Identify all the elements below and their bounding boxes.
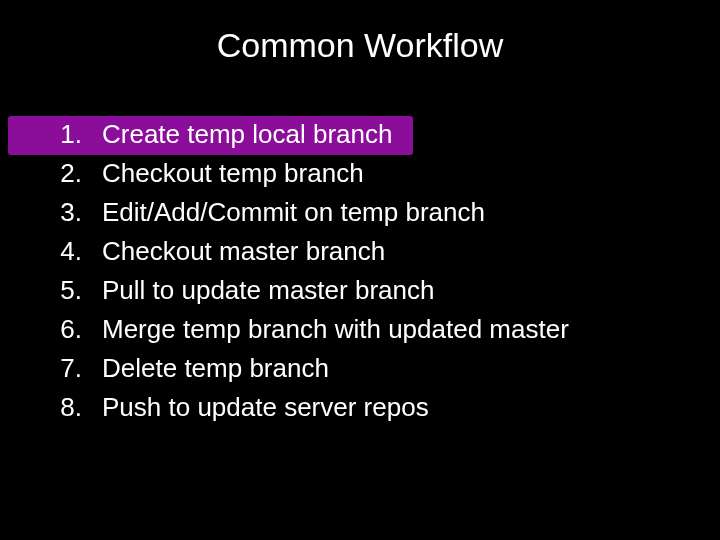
- item-text: Create temp local branch: [90, 115, 680, 154]
- item-text: Delete temp branch: [90, 349, 680, 388]
- item-text: Checkout master branch: [90, 232, 680, 271]
- list-item: 3. Edit/Add/Commit on temp branch: [40, 193, 680, 232]
- item-text: Push to update server repos: [90, 388, 680, 427]
- slide: Common Workflow 1. Create temp local bra…: [0, 0, 720, 540]
- item-number: 2.: [40, 154, 90, 193]
- slide-title: Common Workflow: [0, 26, 720, 65]
- list-item: 6. Merge temp branch with updated master: [40, 310, 680, 349]
- item-number: 8.: [40, 388, 90, 427]
- workflow-list: 1. Create temp local branch 2. Checkout …: [40, 115, 680, 427]
- list-item: 5. Pull to update master branch: [40, 271, 680, 310]
- list-item: 7. Delete temp branch: [40, 349, 680, 388]
- list-item: 2. Checkout temp branch: [40, 154, 680, 193]
- item-text: Edit/Add/Commit on temp branch: [90, 193, 680, 232]
- item-number: 5.: [40, 271, 90, 310]
- item-number: 4.: [40, 232, 90, 271]
- item-number: 1.: [40, 115, 90, 154]
- list-item: 8. Push to update server repos: [40, 388, 680, 427]
- item-number: 3.: [40, 193, 90, 232]
- item-number: 6.: [40, 310, 90, 349]
- list-item: 4. Checkout master branch: [40, 232, 680, 271]
- item-number: 7.: [40, 349, 90, 388]
- item-text: Checkout temp branch: [90, 154, 680, 193]
- list-item: 1. Create temp local branch: [40, 115, 680, 154]
- item-text: Pull to update master branch: [90, 271, 680, 310]
- item-text: Merge temp branch with updated master: [90, 310, 680, 349]
